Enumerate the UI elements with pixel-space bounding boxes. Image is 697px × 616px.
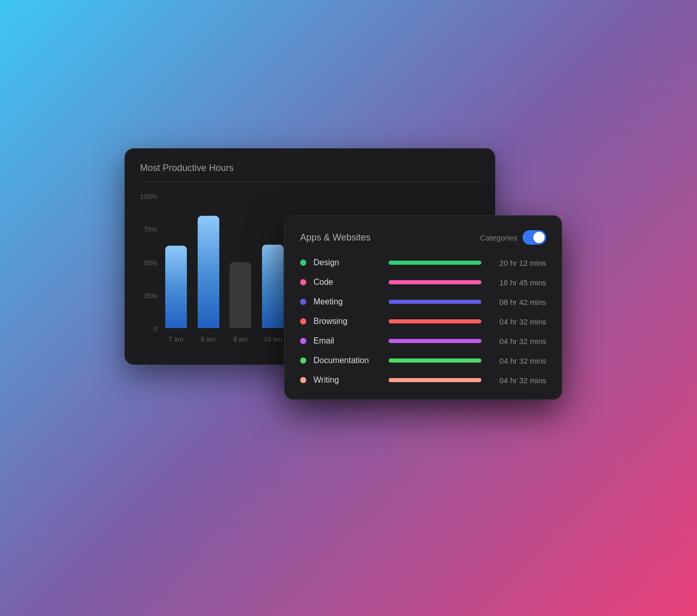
bar-group-9am: 9 am	[228, 262, 253, 343]
categories-toggle[interactable]	[522, 230, 546, 245]
category-name-browsing: Browsing	[313, 317, 380, 326]
y-label-100: 100%	[140, 193, 157, 200]
cards-container: Most Productive Hours 100% 75% 50% 25% 0…	[125, 148, 572, 468]
bar-label-7am: 7 am	[168, 335, 183, 343]
category-time-design: 20 hr 12 mins	[490, 259, 546, 267]
category-time-writing: 04 hr 32 mins	[490, 376, 546, 385]
y-label-50: 50%	[144, 259, 157, 267]
bar-label-8am: 8 am	[201, 335, 216, 343]
category-time-browsing: 04 hr 32 mins	[490, 317, 546, 326]
category-time-email: 04 hr 32 mins	[490, 337, 546, 346]
y-label-75: 75%	[144, 226, 157, 233]
dot-documentation	[300, 357, 306, 364]
dot-design	[300, 260, 306, 266]
categories-label: Categories	[480, 233, 517, 242]
y-axis: 100% 75% 50% 25% 0	[140, 193, 163, 347]
apps-card-title: Apps & Websites	[300, 232, 371, 243]
dot-meeting	[300, 299, 306, 305]
y-label-0: 0	[153, 325, 157, 333]
bar-label-10am: 10 am	[264, 335, 282, 343]
bar-9am	[230, 262, 251, 328]
bar-group-7am: 7 am	[163, 246, 188, 343]
bar-label-9am: 9 am	[233, 335, 248, 343]
bar-writing	[389, 378, 481, 382]
dot-writing	[300, 377, 306, 383]
dot-email	[300, 338, 306, 344]
bar-meeting	[389, 300, 481, 304]
apps-card: Apps & Websites Categories Design 20 hr …	[284, 215, 562, 400]
category-name-design: Design	[313, 258, 380, 267]
dot-browsing	[300, 318, 306, 324]
bar-design	[389, 261, 481, 265]
apps-card-header: Apps & Websites Categories	[300, 230, 546, 245]
category-row-code: Code 16 hr 45 mins	[300, 278, 546, 287]
header-right: Categories	[480, 230, 546, 245]
bar-documentation	[389, 358, 481, 363]
category-time-documentation: 04 hr 32 mins	[490, 356, 546, 365]
bar-10am	[262, 245, 284, 328]
category-row-meeting: Meeting 08 hr 42 mins	[300, 297, 546, 306]
category-row-browsing: Browsing 04 hr 32 mins	[300, 317, 546, 326]
toggle-knob	[533, 232, 545, 243]
category-name-meeting: Meeting	[313, 297, 380, 306]
category-row-design: Design 20 hr 12 mins	[300, 258, 546, 267]
bar-group-8am: 8 am	[196, 216, 221, 343]
y-label-25: 25%	[144, 292, 157, 300]
category-time-meeting: 08 hr 42 mins	[490, 298, 546, 306]
category-name-documentation: Documentation	[313, 356, 380, 365]
category-time-code: 16 hr 45 mins	[490, 278, 546, 287]
category-row-writing: Writing 04 hr 32 mins	[300, 375, 546, 385]
bar-code	[389, 280, 481, 284]
category-name-email: Email	[313, 336, 380, 346]
category-name-writing: Writing	[313, 375, 380, 385]
category-row-documentation: Documentation 04 hr 32 mins	[300, 356, 546, 365]
category-row-email: Email 04 hr 32 mins	[300, 336, 546, 346]
category-name-code: Code	[313, 278, 380, 287]
bar-group-10am: 10 am	[260, 245, 286, 343]
bar-7am	[165, 246, 187, 328]
bar-browsing	[389, 319, 481, 323]
dot-code	[300, 279, 306, 285]
bar-email	[389, 339, 481, 343]
bar-8am	[198, 216, 219, 328]
hours-card-title: Most Productive Hours	[140, 163, 480, 174]
